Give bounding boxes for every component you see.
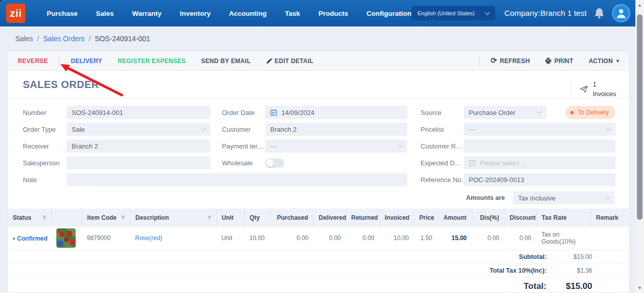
customer-label: Customer xyxy=(222,126,265,133)
edit-detail-button[interactable]: EDIT DETAIL xyxy=(266,57,313,65)
action-label: ACTION xyxy=(589,57,613,65)
amounts-are-select[interactable]: Tax inclusive xyxy=(513,191,615,204)
pricelist-value: --- xyxy=(469,126,475,133)
subtotal-label: Subtotal: xyxy=(8,253,546,260)
salesperson-input[interactable] xyxy=(67,156,210,169)
col-unit: Unit xyxy=(216,209,244,227)
amounts-are-value: Tax inclusive xyxy=(518,194,556,202)
status-dot-icon: • xyxy=(13,235,15,242)
receiver-label: Receiver xyxy=(23,142,67,150)
col-item-code: Item Code xyxy=(82,209,130,227)
nav-item-purchase[interactable]: Purchase xyxy=(47,10,78,17)
printer-icon xyxy=(545,57,552,64)
source-select[interactable]: Purchase Order xyxy=(464,106,546,119)
order-date-input[interactable]: 14/09/2024 xyxy=(265,106,407,119)
nav-item-inventory[interactable]: Inventory xyxy=(180,10,211,17)
register-expenses-button[interactable]: REGISTER EXPENSES xyxy=(117,57,185,65)
number-input[interactable]: SOS-240914-001 xyxy=(67,106,210,119)
col-status: Status xyxy=(8,209,51,227)
table-row[interactable]: •Confirmed 9879000 Rose(red) Unit 10.00 … xyxy=(8,227,630,250)
number-label: Number xyxy=(23,109,67,116)
total-row: Total: $15.00 xyxy=(8,278,630,293)
app-window: zii Purchase Sales Warranty Inventory Ac… xyxy=(0,0,635,293)
row-image-cell xyxy=(51,227,82,250)
col-discount: Discount xyxy=(504,209,536,227)
source-cell: Purchase Order To Delivery xyxy=(464,106,616,119)
row-item-code: 9879000 xyxy=(82,227,130,250)
expected-date-input[interactable]: Please select ... xyxy=(464,156,616,169)
payment-terms-select[interactable]: --- xyxy=(265,139,407,153)
nav-item-warranty[interactable]: Warranty xyxy=(132,10,162,17)
product-thumbnail[interactable] xyxy=(56,228,76,248)
breadcrumb-root: Sales xyxy=(15,35,33,43)
row-remark xyxy=(591,227,630,250)
delivery-button[interactable]: DELIVERY xyxy=(71,57,102,65)
reference-no-input[interactable]: POC-202409-0013 xyxy=(464,173,616,186)
user-avatar[interactable] xyxy=(612,4,630,22)
nav-item-configuration[interactable]: Configuration xyxy=(366,10,411,17)
note-input[interactable] xyxy=(67,173,407,186)
col-price: Price xyxy=(414,209,437,227)
filter-icon[interactable] xyxy=(120,215,126,221)
expected-date-label: Expected Date xyxy=(421,159,464,167)
wholesale-cell xyxy=(265,156,407,169)
scroll-up-arrow[interactable]: ▲ xyxy=(635,1,644,9)
breadcrumb-sales-orders-link[interactable]: Sales Orders xyxy=(43,35,85,43)
scrollbar-thumb[interactable] xyxy=(637,14,642,220)
print-button[interactable]: PRINT xyxy=(545,57,573,65)
filter-icon[interactable] xyxy=(42,215,47,221)
action-toolbar: REVERSE DELIVERY REGISTER EXPENSES SEND … xyxy=(8,51,629,71)
nav-item-accounting[interactable]: Accounting xyxy=(229,10,267,17)
wholesale-label: Wholesale xyxy=(222,159,265,167)
language-selector[interactable]: English (United States) xyxy=(411,6,495,20)
amounts-are-row: Amounts are Tax inclusive xyxy=(8,191,615,204)
col-returned: Returned xyxy=(346,209,379,227)
col-dis-percent: Dis(%) xyxy=(472,209,504,227)
nav-item-products[interactable]: Products xyxy=(318,10,348,17)
notification-bell-icon[interactable] xyxy=(593,7,606,20)
row-returned: 0.00 xyxy=(346,227,379,250)
status-badge: To Delivery xyxy=(565,106,616,119)
app-viewport: zii Purchase Sales Warranty Inventory Ac… xyxy=(0,0,644,293)
nav-item-sales[interactable]: Sales xyxy=(96,10,114,17)
caret-down-icon: ▾ xyxy=(617,58,619,64)
invoices-count: 1 xyxy=(593,80,616,90)
order-type-select[interactable]: Sale xyxy=(67,123,210,136)
order-lines-table: Status Item Code Description Unit Qty Pu… xyxy=(8,209,630,250)
pencil-icon xyxy=(266,58,272,64)
send-by-email-button[interactable]: SEND BY EMAIL xyxy=(201,57,251,65)
vertical-scrollbar[interactable]: ▲ ▼ xyxy=(635,0,644,293)
description-link[interactable]: Rose(red) xyxy=(135,235,162,242)
nav-item-task[interactable]: Task xyxy=(285,10,300,17)
invoices-text: 1 Invoices xyxy=(593,80,616,99)
action-dropdown-button[interactable]: ACTION ▾ xyxy=(589,57,619,65)
customer-reference-label: Customer Refer... xyxy=(421,142,464,150)
filter-icon[interactable] xyxy=(207,215,212,221)
row-amount: 15.00 xyxy=(437,227,472,250)
print-label: PRINT xyxy=(554,57,573,65)
customer-reference-input[interactable] xyxy=(464,139,616,153)
row-purchased: 0.00 xyxy=(270,227,313,250)
order-date-label: Order Date xyxy=(222,109,265,116)
status-dot-icon xyxy=(570,111,574,114)
source-value: Purchase Order xyxy=(469,109,516,116)
subtotal-value: $15.00 xyxy=(546,253,592,260)
row-tax-rate: Tax on Goods(10%) xyxy=(536,227,591,250)
pricelist-select[interactable]: --- xyxy=(464,123,616,136)
salesperson-label: Salesperson xyxy=(23,159,67,167)
edit-detail-label: EDIT DETAIL xyxy=(275,57,313,65)
invoices-link[interactable]: 1 Invoices xyxy=(571,79,619,100)
reverse-button[interactable]: REVERSE xyxy=(18,57,48,65)
customer-input[interactable]: Branch 2 xyxy=(265,123,407,136)
receiver-input[interactable]: Branch 2 xyxy=(67,139,210,153)
app-logo[interactable]: zii xyxy=(6,4,25,23)
order-date-value: 14/09/2024 xyxy=(281,109,314,116)
page-title: SALES ORDER xyxy=(23,79,99,91)
refresh-button[interactable]: ⟳ REFRESH xyxy=(491,57,530,65)
calendar-icon xyxy=(469,159,476,166)
refresh-icon: ⟳ xyxy=(491,56,497,64)
row-description: Rose(red) xyxy=(130,227,216,250)
wholesale-toggle[interactable] xyxy=(265,158,284,168)
breadcrumb-separator: / xyxy=(37,35,39,43)
scroll-down-arrow[interactable]: ▼ xyxy=(635,284,644,292)
